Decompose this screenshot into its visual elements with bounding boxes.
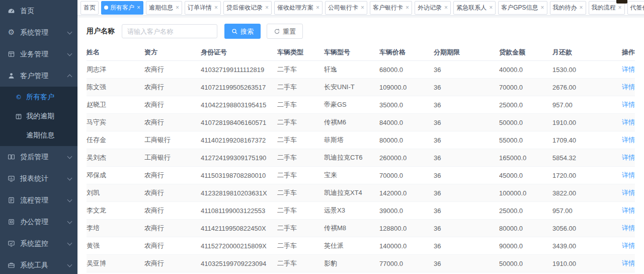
reset-button-label: 重置 — [283, 28, 296, 35]
table-cell: 凯迪拉克XT4 — [324, 184, 379, 202]
tab-label: 代签任务 — [630, 5, 644, 11]
sidebar-item-customer-mgmt[interactable]: 客户管理 — [0, 65, 77, 87]
tab-label: 订单详情 — [188, 5, 212, 11]
table-cell: 二手车 — [277, 131, 324, 149]
tab-label: 外访记录 — [418, 5, 442, 11]
tab-home[interactable]: 首页 — [80, 1, 99, 15]
detail-link[interactable]: 详情 — [622, 242, 635, 249]
table-cell: 邓保成 — [87, 167, 144, 184]
office-icon — [7, 218, 16, 226]
sidebar-item-home[interactable]: 首页 — [0, 0, 77, 22]
detail-link[interactable]: 详情 — [622, 118, 635, 126]
table-cell: 50000.0 — [499, 114, 552, 131]
sidebar-item-report-stats[interactable]: 报表统计 — [0, 168, 77, 189]
sidebar-item-label: 系统监控 — [20, 239, 68, 248]
tab-company-bank-card[interactable]: 公司银行卡× — [325, 1, 367, 15]
sidebar-subitem-overdue-info[interactable]: 逾期信息 — [0, 126, 77, 145]
sidebar-subitem-all-customers[interactable]: ©所有客户 — [0, 88, 77, 107]
sidebar-item-postloan-mgmt[interactable]: 贷后管理 — [0, 146, 77, 168]
sidebar-item-system-tools[interactable]: 系统工具 — [0, 254, 77, 274]
table-cell: 帝豪GS — [324, 96, 379, 114]
tab-all-customers[interactable]: 所有客户× — [101, 1, 143, 15]
table-row: 马守宾农商行410728198406160571二手车传祺M684000.036… — [87, 114, 635, 131]
tab-postloan-collection-records[interactable]: 贷后催收记录× — [223, 1, 272, 15]
tab-collection-plan[interactable]: 催收处理方案× — [274, 1, 323, 15]
avatar[interactable] — [616, 0, 627, 4]
table-cell: 任存金 — [87, 131, 144, 149]
sidebar-item-process-mgmt[interactable]: 流程管理 — [0, 189, 77, 211]
reset-button[interactable]: 重置 — [267, 24, 303, 39]
detail-link[interactable]: 详情 — [622, 136, 635, 144]
detail-link[interactable]: 详情 — [622, 83, 635, 91]
customer-name-input[interactable] — [122, 24, 217, 38]
tab-outvisit-records[interactable]: 外访记录× — [415, 1, 451, 15]
chevron-up-icon — [67, 74, 72, 79]
tab-emergency-contacts[interactable]: 紧急联系人× — [453, 1, 496, 15]
sidebar-item-label: 业务管理 — [20, 50, 68, 59]
chevron-down-icon — [67, 219, 72, 224]
sidebar-item-business-mgmt[interactable]: 业务管理 — [0, 43, 77, 65]
close-icon[interactable]: × — [265, 5, 269, 11]
close-icon[interactable]: × — [540, 5, 544, 11]
sidebar-item-system-mgmt[interactable]: ⚙系统管理 — [0, 22, 77, 43]
close-icon[interactable]: × — [580, 5, 583, 11]
detail-link[interactable]: 详情 — [622, 259, 635, 267]
table-cell: 王翔伟 — [87, 272, 144, 274]
tab-my-todo[interactable]: 我的待办× — [550, 1, 586, 15]
table-cell: 36 — [434, 167, 499, 184]
detail-link[interactable]: 详情 — [622, 171, 635, 179]
close-icon[interactable]: × — [361, 5, 364, 11]
sidebar-subitem-label: 所有客户 — [26, 93, 54, 102]
sidebar-item-system-monitor[interactable]: 系统监控 — [0, 233, 77, 254]
table-cell: 3822.00 — [552, 184, 615, 202]
table-cell: 影豹 — [324, 255, 379, 272]
table-cell: 二手车 — [277, 202, 324, 220]
table-cell: 宝来 — [324, 167, 379, 184]
chevron-down-icon — [67, 29, 72, 34]
table-cell: 36 — [434, 202, 499, 220]
detail-link[interactable]: 详情 — [622, 189, 635, 196]
table-row: 李培农商行41142119950822450X二手车传祺M8128800.036… — [87, 220, 635, 237]
detail-link[interactable]: 详情 — [622, 207, 635, 214]
close-icon[interactable]: × — [214, 5, 218, 11]
tab-label: 公司银行卡 — [328, 5, 358, 11]
table-cell: 农商行 — [144, 79, 201, 96]
close-icon[interactable]: × — [406, 5, 409, 11]
close-icon[interactable]: × — [176, 5, 179, 11]
table-cell: 工商银行 — [144, 149, 201, 167]
tab-order-detail[interactable]: 订单详情× — [185, 1, 221, 15]
column-header: 资方 — [144, 44, 201, 61]
table-cell-action: 详情 — [615, 114, 635, 131]
table-cell: 刘凯 — [87, 184, 144, 202]
table-body: 周志洋农商行410327199111112819二手车轩逸68000.03640… — [87, 61, 635, 274]
close-icon[interactable]: × — [316, 5, 319, 11]
table-cell: 二手车 — [277, 272, 324, 274]
sidebar-subitem-my-overdue[interactable]: 我的逾期 — [0, 107, 77, 126]
close-icon[interactable]: × — [618, 5, 622, 11]
table-cell: 工商银行 — [144, 131, 201, 149]
tab-label: 紧急联系人 — [456, 5, 487, 11]
detail-link[interactable]: 详情 — [622, 224, 635, 232]
table-cell: 36 — [434, 79, 499, 96]
table-cell: 二手车 — [277, 167, 324, 184]
tab-customer-bank-card[interactable]: 客户银行卡× — [370, 1, 412, 15]
detail-link[interactable]: 详情 — [622, 65, 635, 73]
tab-customer-gps-info[interactable]: 客户GPS信息× — [498, 1, 547, 15]
tab-overdue-info[interactable]: 逾期信息× — [146, 1, 182, 15]
table-cell: 3439.00 — [552, 237, 615, 255]
sidebar-item-office-mgmt[interactable]: 办公管理 — [0, 211, 77, 233]
column-header: 操作 — [615, 44, 635, 61]
table-cell: 90000.0 — [499, 237, 552, 255]
close-icon[interactable]: × — [489, 5, 493, 11]
search-button[interactable]: 搜索 — [224, 24, 261, 39]
detail-link[interactable]: 详情 — [622, 101, 635, 108]
detail-link[interactable]: 详情 — [622, 154, 635, 161]
table-cell: 长安UNI-T — [324, 79, 379, 96]
close-icon[interactable]: × — [137, 5, 140, 11]
table-cell: 41152720000215809X — [201, 237, 277, 255]
column-header: 身份证号 — [201, 44, 277, 61]
tab-delegate-sign-tasks[interactable]: 代签任务× — [627, 1, 644, 15]
column-header: 分期期限 — [434, 44, 499, 61]
table-cell: 25000.0 — [499, 202, 552, 220]
close-icon[interactable]: × — [444, 5, 448, 11]
